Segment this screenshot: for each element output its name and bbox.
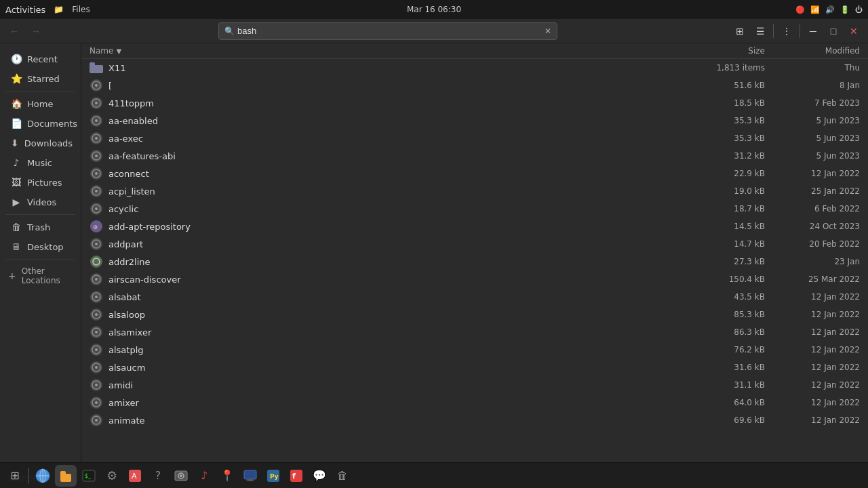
file-name: X11	[108, 63, 125, 73]
table-row[interactable]: aa-enabled 35.3 kB 5 Jun 2023	[81, 112, 868, 129]
taskbar-vm[interactable]	[239, 465, 261, 487]
back-button[interactable]: ←	[5, 22, 23, 40]
close-button[interactable]: ✕	[845, 22, 863, 40]
table-row[interactable]: animate 69.6 kB 12 Jan 2022	[81, 411, 868, 429]
file-size: 69.6 kB	[670, 415, 765, 425]
svg-rect-73	[244, 470, 256, 479]
table-row[interactable]: addpart 14.7 kB 20 Feb 2022	[81, 235, 868, 253]
sidebar-item-downloads[interactable]: ⬇ Downloads	[3, 134, 78, 152]
file-name-cell: X11	[90, 61, 670, 75]
taskbar-discord[interactable]: 💬	[309, 465, 330, 487]
sidebar-item-recent[interactable]: 🕐 Recent	[3, 49, 78, 68]
taskbar-terminal[interactable]: $_	[78, 465, 100, 487]
file-size: 22.9 kB	[670, 169, 765, 178]
top-bar: Activities 📁 Files Mar 16 06:30 🔴 📶 🔊 🔋 …	[0, 0, 868, 19]
file-date: 7 Feb 2023	[765, 98, 860, 108]
exec-icon	[90, 325, 103, 339]
table-row[interactable]: 411toppm 18.5 kB 7 Feb 2023	[81, 94, 868, 112]
svg-text:A: A	[132, 472, 137, 481]
search-input[interactable]	[237, 26, 542, 36]
table-row[interactable]: aa-features-abi 31.2 kB 5 Jun 2023	[81, 147, 868, 165]
activities-label[interactable]: Activities	[5, 5, 45, 15]
menu-button[interactable]: ⋮	[778, 22, 795, 40]
taskbar-browser[interactable]	[32, 465, 54, 487]
documents-icon: 📄	[11, 118, 22, 129]
table-row[interactable]: addr2line 27.3 kB 23 Jan	[81, 253, 868, 270]
table-row[interactable]: alsaloop 85.3 kB 12 Jan 2022	[81, 306, 868, 323]
taskbar-apps[interactable]: ⊞	[4, 465, 26, 487]
sidebar-item-trash[interactable]: 🗑 Trash	[3, 218, 78, 237]
sidebar-other-locations[interactable]: + Other Locations	[0, 262, 81, 289]
table-row[interactable]: alsamixer 86.3 kB 12 Jan 2022	[81, 323, 868, 341]
file-name-cell: alsaloop	[90, 308, 670, 321]
search-clear-icon[interactable]: ✕	[545, 26, 551, 36]
tray-icon-2[interactable]: 📶	[810, 5, 820, 14]
sidebar-item-pictures[interactable]: 🖼 Pictures	[3, 173, 78, 192]
file-name: acpi_listen	[108, 186, 155, 197]
table-row[interactable]: airscan-discover 150.4 kB 25 Mar 2022	[81, 270, 868, 288]
taskbar-settings[interactable]: ⚙	[101, 465, 123, 487]
table-row[interactable]: X11 1,813 items Thu	[81, 59, 868, 77]
tray-icon-3[interactable]: 🔊	[825, 5, 835, 14]
sidebar-item-home[interactable]: 🏠 Home	[3, 94, 78, 113]
sidebar-divider-1	[5, 91, 75, 92]
sidebar-item-music[interactable]: ♪ Music	[3, 153, 78, 172]
toolbar-right: ⊞ ☰ ⋮ ─ □ ✕	[731, 22, 863, 40]
sidebar-label-videos: Videos	[27, 197, 56, 207]
taskbar-map[interactable]: 📍	[216, 465, 238, 487]
taskbar-music[interactable]: ♪	[193, 465, 215, 487]
file-date: 12 Jan 2022	[765, 327, 860, 337]
sidebar-item-desktop[interactable]: 🖥 Desktop	[3, 237, 78, 256]
maximize-button[interactable]: □	[825, 22, 842, 40]
table-row[interactable]: ⚙ add-apt-repository 14.5 kB 24 Oct 2023	[81, 218, 868, 235]
table-row[interactable]: alsaucm 31.6 kB 12 Jan 2022	[81, 359, 868, 376]
svg-point-38	[95, 296, 98, 298]
sidebar-label-documents: Documents	[27, 119, 77, 129]
taskbar-screenshot[interactable]	[170, 465, 192, 487]
header-modified[interactable]: Modified	[765, 46, 860, 56]
exec-icon	[90, 237, 103, 251]
table-row[interactable]: [ 51.6 kB 8 Jan	[81, 77, 868, 94]
file-size: 1,813 items	[670, 63, 765, 73]
file-date: 5 Jun 2023	[765, 151, 860, 161]
forward-button[interactable]: →	[27, 22, 45, 40]
taskbar-store[interactable]: A	[124, 465, 146, 487]
table-row[interactable]: alsatplg 76.2 kB 12 Jan 2022	[81, 341, 868, 359]
tray-icon-4[interactable]: 🔋	[840, 5, 850, 14]
sidebar-item-videos[interactable]: ▶ Videos	[3, 192, 78, 211]
table-row[interactable]: aconnect 22.9 kB 12 Jan 2022	[81, 165, 868, 182]
taskbar-help[interactable]: ?	[147, 465, 169, 487]
file-name: alsatplg	[108, 345, 144, 355]
power-icon[interactable]: ⏻	[855, 5, 863, 14]
view-toggle-button[interactable]: ⊞	[731, 22, 749, 40]
table-row[interactable]: acyclic 18.7 kB 6 Feb 2022	[81, 200, 868, 218]
sidebar-item-documents[interactable]: 📄 Documents	[3, 114, 78, 133]
taskbar-files[interactable]	[55, 465, 77, 487]
taskbar-python[interactable]: Py	[262, 465, 284, 487]
header-name[interactable]: Name ▼	[90, 46, 670, 56]
table-row[interactable]: alsabat 43.5 kB 12 Jan 2022	[81, 288, 868, 306]
minimize-button[interactable]: ─	[804, 22, 822, 40]
search-icon: 🔍	[224, 26, 235, 36]
search-bar[interactable]: 🔍 ✕	[218, 22, 557, 40]
svg-point-13	[95, 137, 98, 140]
file-name-cell: addr2line	[90, 255, 670, 268]
header-size[interactable]: Size	[670, 46, 765, 56]
table-row[interactable]: amidi 31.1 kB 12 Jan 2022	[81, 376, 868, 394]
view-list-button[interactable]: ☰	[751, 22, 769, 40]
file-date: 12 Jan 2022	[765, 415, 860, 425]
table-row[interactable]: amixer 64.0 kB 12 Jan 2022	[81, 394, 868, 411]
file-name: aa-exec	[108, 134, 143, 144]
exec-icon	[90, 96, 103, 110]
tray-icon-1[interactable]: 🔴	[795, 5, 805, 14]
taskbar-browser2[interactable]: f	[285, 465, 307, 487]
file-date: 8 Jan	[765, 81, 860, 90]
sort-icon: ▼	[116, 47, 121, 55]
table-row[interactable]: acpi_listen 19.0 kB 25 Jan 2022	[81, 182, 868, 200]
exec-icon	[90, 290, 103, 304]
trash-icon: 🗑	[11, 222, 22, 232]
files-label[interactable]: Files	[72, 5, 90, 14]
taskbar-trash2[interactable]: 🗑	[332, 465, 353, 487]
sidebar-item-starred[interactable]: ⭐ Starred	[3, 69, 78, 88]
table-row[interactable]: aa-exec 35.3 kB 5 Jun 2023	[81, 129, 868, 147]
